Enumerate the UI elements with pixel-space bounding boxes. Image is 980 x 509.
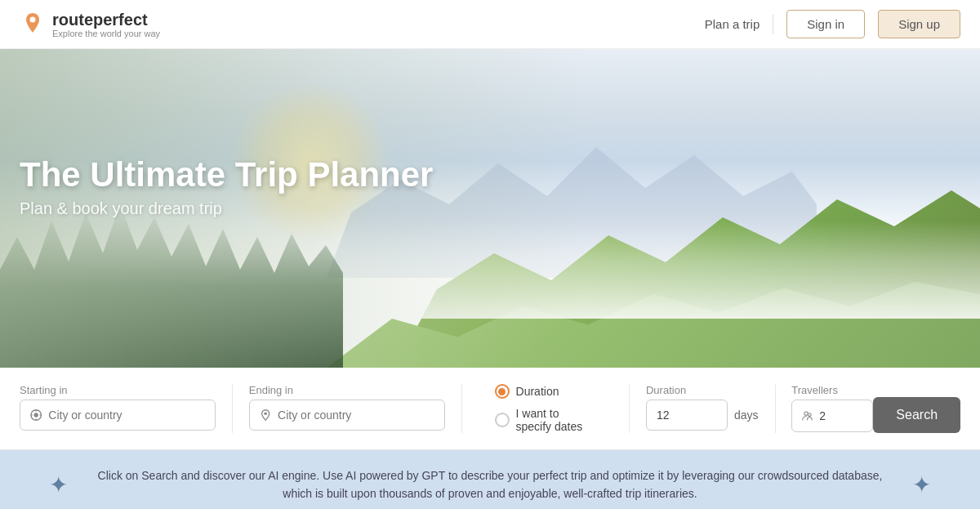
travellers-icon	[802, 409, 813, 423]
svg-point-0	[30, 16, 36, 22]
svg-point-8	[804, 412, 808, 415]
nav-divider	[773, 15, 773, 34]
duration-radio-label: Duration	[516, 385, 559, 398]
duration-radio-inner	[498, 388, 506, 395]
logo-tagline: Explore the world your way	[52, 29, 160, 38]
starting-input-wrap	[20, 400, 216, 431]
header-nav: Plan a trip Sign in Sign up	[705, 10, 960, 38]
duration-input-section: Duration days	[646, 384, 759, 433]
info-banner: ✦ Click on Search and discover our AI en…	[0, 450, 980, 509]
logo-icon	[20, 11, 46, 38]
dates-radio-option[interactable]: I want to specify dates	[495, 407, 597, 433]
dates-radio-circle	[495, 413, 510, 427]
dates-radio-label: I want to specify dates	[516, 407, 597, 433]
signup-button[interactable]: Sign up	[878, 10, 960, 38]
search-button[interactable]: Search	[873, 397, 960, 433]
days-unit-label: days	[734, 409, 759, 422]
logo-name: routeperfect	[52, 11, 160, 29]
location-end-icon	[260, 409, 271, 422]
ending-label: Ending in	[249, 384, 445, 396]
divider-3	[629, 384, 630, 433]
travellers-section: Travellers	[791, 384, 873, 433]
plan-trip-link[interactable]: Plan a trip	[705, 17, 760, 31]
duration-field-label: Duration	[646, 384, 759, 396]
divider-2	[461, 384, 462, 433]
starting-section: Starting in	[20, 384, 216, 433]
duration-input-wrap: days	[646, 400, 759, 431]
search-bar: Starting in Ending in	[0, 368, 980, 450]
hero-section: The Ultimate Trip Planner Plan & book yo…	[0, 49, 980, 368]
location-start-icon	[30, 409, 42, 422]
starting-input[interactable]	[48, 409, 205, 422]
logo-area: routeperfect Explore the world your way	[20, 11, 160, 38]
hero-subtitle: Plan & book your dream trip	[20, 199, 433, 218]
ending-input-wrap	[249, 400, 445, 431]
duration-radio-option[interactable]: Duration	[495, 384, 597, 399]
duration-radio-circle	[495, 384, 510, 399]
svg-point-2	[33, 413, 38, 417]
starting-label: Starting in	[20, 384, 216, 396]
logo-text-area: routeperfect Explore the world your way	[52, 11, 160, 38]
signin-button[interactable]: Sign in	[786, 10, 865, 38]
info-text: Click on Search and discover our AI engi…	[84, 467, 896, 503]
sparkle-icon-left: ✦	[49, 471, 68, 498]
svg-point-9	[808, 413, 812, 417]
travellers-label: Travellers	[791, 384, 873, 396]
travellers-input[interactable]	[819, 409, 862, 422]
divider-4	[775, 384, 776, 433]
sparkle-icon-right: ✦	[912, 471, 931, 498]
ending-input[interactable]	[278, 409, 434, 422]
hero-text: The Ultimate Trip Planner Plan & book yo…	[20, 155, 433, 218]
ending-section: Ending in	[249, 384, 445, 433]
svg-point-7	[264, 412, 267, 415]
duration-radio-section: Duration I want to specify dates	[479, 384, 613, 433]
header: routeperfect Explore the world your way …	[0, 0, 980, 49]
duration-input[interactable]	[646, 400, 728, 431]
travellers-input-wrap	[791, 400, 873, 432]
divider-1	[232, 384, 233, 433]
hero-title: The Ultimate Trip Planner	[20, 155, 433, 194]
